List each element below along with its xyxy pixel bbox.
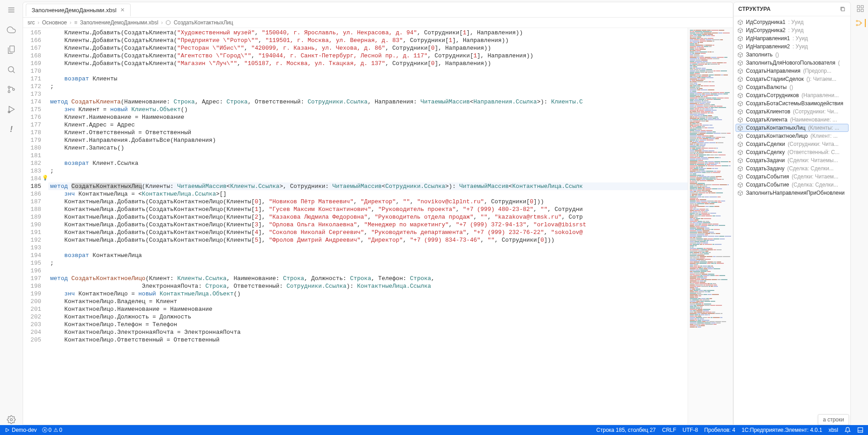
breadcrumb-seg[interactable]: СоздатьКонтактныхЛиц [174, 19, 233, 26]
outline-item[interactable]: ИдНаправления1: Ууид [734, 34, 850, 42]
editor-area: ЗаполнениеДемоДанными.xbsl ✕ src › Основ… [23, 2, 733, 425]
chevron-right-icon: › [70, 19, 71, 26]
svg-point-11 [10, 419, 13, 421]
outline-item[interactable]: СоздатьКонтактныхЛиц (Клиенты: ... [736, 124, 849, 132]
editor-body: 1651661671681691701711721731741751761771… [23, 28, 733, 425]
breadcrumb-seg[interactable]: Основное [42, 19, 67, 26]
structure-header: СТРУКТУРА [734, 2, 850, 16]
outline-item[interactable]: СоздатьЗадачу (Сделка: Сделки... [734, 164, 850, 173]
cube-icon [737, 68, 743, 74]
outline-item[interactable]: СоздатьКлиентов (Сотрудники: Чи... [734, 108, 850, 116]
svg-line-5 [13, 71, 15, 73]
status-lang[interactable]: xbsl [829, 427, 838, 433]
cube-icon [737, 52, 743, 58]
outline-item[interactable]: СоздатьСделки (Сотрудники: Чита... [734, 140, 850, 148]
settings-icon[interactable] [6, 414, 17, 425]
file-icon: ≡ [74, 19, 77, 26]
outline-item[interactable]: СоздатьСобытие (Сделка: Сделки... [734, 181, 850, 189]
cloud-icon[interactable] [6, 24, 17, 35]
editor-tabs: ЗаполнениеДемоДанными.xbsl ✕ [23, 2, 733, 18]
line-gutter[interactable]: 1651661671681691701711721731741751761771… [23, 28, 48, 425]
outline-item[interactable]: СоздатьНаправления (Предопр... [734, 67, 850, 75]
outline-item[interactable]: СоздатьЗадачи (Сделки: Читаемы... [734, 156, 850, 164]
outline-item[interactable]: СоздатьСотрудников (Направлени... [734, 91, 850, 99]
method-icon [165, 20, 171, 25]
breadcrumb-seg[interactable]: ЗаполнениеДемоДанными.xbsl [80, 19, 158, 26]
status-encoding[interactable]: UTF-8 [683, 427, 698, 433]
outline-item[interactable]: СоздатьКонтактноеЛицо (Клиент: ... [734, 132, 850, 140]
svg-rect-16 [861, 9, 863, 12]
breadcrumbs[interactable]: src › Основное › ≡ ЗаполнениеДемоДанными… [23, 18, 733, 28]
svg-rect-3 [10, 46, 14, 52]
status-bell-icon[interactable] [844, 427, 851, 433]
files-icon[interactable] [6, 44, 17, 55]
cube-icon [737, 133, 743, 139]
search-icon[interactable] [6, 64, 17, 75]
svg-rect-12 [841, 8, 844, 11]
outline-item[interactable]: СоздатьКлиента (Наименование: ... [734, 116, 850, 124]
lightbulb-icon[interactable]: 💡 [42, 175, 48, 181]
right-activity-bar [853, 0, 868, 425]
svg-rect-21 [858, 428, 863, 433]
svg-point-6 [8, 86, 10, 88]
structure-toggle-icon[interactable] [855, 19, 866, 27]
status-problems[interactable]: ⓧ 0 ⚠ 0 [42, 426, 62, 434]
structure-panel: СТРУКТУРА ИдСотрудника1: УуидИдСотрудник… [733, 2, 851, 425]
outline-item[interactable]: ИдНаправления2: Ууид [734, 42, 850, 51]
svg-point-18 [856, 24, 858, 26]
outline-item[interactable]: ИдСотрудника2: Ууид [734, 26, 850, 34]
outline-item[interactable]: СоздатьСделку (Ответственный: С... [734, 148, 850, 156]
tab-file[interactable]: ЗаполнениеДемоДанными.xbsl ✕ [26, 4, 131, 16]
cube-icon [737, 150, 743, 155]
outline-item[interactable]: СоздатьВалюты () [734, 83, 850, 91]
outline-item[interactable]: СоздатьСобытия (Сделки: Читаем... [734, 173, 850, 181]
outline-list[interactable]: ИдСотрудника1: УуидИдСотрудника2: УуидИд… [734, 16, 850, 425]
breadcrumb-seg[interactable]: src [28, 19, 35, 26]
problems-icon[interactable]: ! [6, 124, 17, 135]
cube-icon [737, 158, 743, 164]
status-platform[interactable]: 1С:Предприятие.Элемент: 4.0.1 [741, 427, 822, 433]
cube-icon [737, 101, 743, 107]
outline-item[interactable]: ЗаполнитьДляНовогоПользователя ( [734, 59, 850, 67]
cube-icon [737, 109, 743, 115]
menu-icon[interactable] [6, 5, 17, 15]
svg-marker-20 [6, 428, 9, 432]
grid-icon[interactable] [856, 5, 864, 13]
status-eol[interactable]: CRLF [662, 427, 676, 433]
suggest-popup[interactable]: а строки [818, 414, 849, 425]
cube-icon [737, 125, 743, 131]
cube-icon [737, 141, 743, 147]
svg-point-8 [13, 89, 14, 90]
minimap[interactable] [688, 28, 733, 425]
svg-rect-15 [857, 9, 859, 12]
outline-item[interactable]: ЗаполнитьНаправленияПриОбновлени [734, 189, 850, 197]
status-spaces[interactable]: Пробелов: 4 [704, 427, 736, 433]
close-icon[interactable]: ✕ [120, 7, 125, 13]
tab-label: ЗаполнениеДемоДанными.xbsl [32, 7, 117, 14]
cube-icon [737, 60, 743, 66]
svg-point-17 [856, 20, 858, 22]
outline-item[interactable]: ИдСотрудника1: Ууид [734, 18, 850, 26]
svg-point-4 [8, 66, 14, 72]
outline-item[interactable]: Заполнить () [734, 51, 850, 59]
cube-icon [737, 36, 743, 42]
debug-icon[interactable] [6, 104, 17, 115]
cube-icon [737, 93, 743, 98]
code-area[interactable]: Клиенты.Добавить(СоздатьКлиента("Художес… [48, 28, 688, 425]
cube-icon [737, 28, 743, 33]
chevron-right-icon: › [38, 19, 39, 26]
outline-item[interactable]: СоздатьСтадииСделок (): Читаем... [734, 75, 850, 83]
status-bar: Demo-dev ⓧ 0 ⚠ 0 Строка 185, столбец 27 … [0, 425, 868, 435]
source-control-icon[interactable] [6, 84, 17, 95]
restore-icon[interactable] [840, 6, 846, 12]
svg-rect-13 [857, 5, 859, 8]
outline-item[interactable]: СоздатьБотаСистемыВзаимодействия [734, 99, 850, 108]
status-remote[interactable]: Demo-dev [5, 427, 37, 433]
svg-rect-14 [861, 5, 863, 8]
status-panel-icon[interactable] [857, 427, 863, 433]
cube-icon [737, 190, 743, 196]
cube-icon [737, 166, 743, 172]
status-cursor[interactable]: Строка 185, столбец 27 [596, 427, 656, 433]
structure-title: СТРУКТУРА [738, 6, 771, 12]
svg-point-19 [860, 23, 862, 24]
